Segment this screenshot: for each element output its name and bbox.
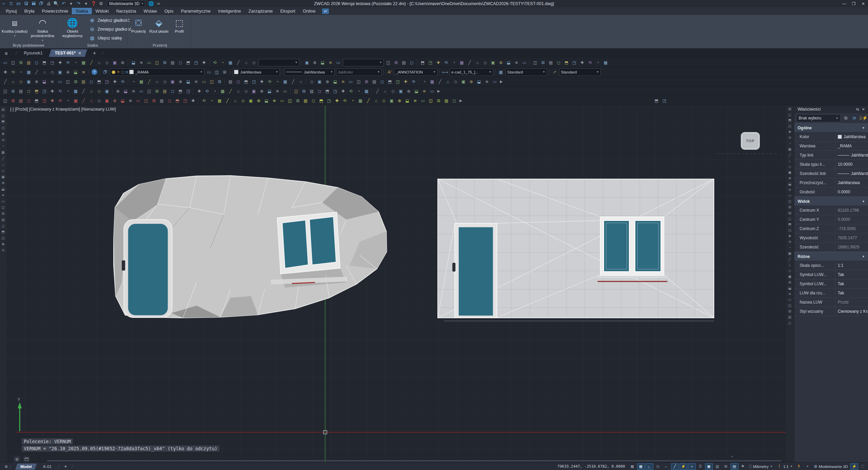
- sheet-tab-k01[interactable]: K-01: [39, 464, 55, 470]
- help-icon[interactable]: ❓: [90, 1, 97, 7]
- toolbar-icon[interactable]: ◳: [787, 124, 792, 129]
- toolbar-icon[interactable]: ◇: [95, 87, 103, 95]
- property-value[interactable]: 7835.1477: [835, 233, 868, 242]
- toolbar-icon[interactable]: ✚: [48, 97, 56, 104]
- toolbar-icon[interactable]: ⬓: [184, 78, 192, 85]
- doc-tab-rysunek1[interactable]: Rysunek1: [19, 49, 48, 57]
- toolbar-overflow-icon[interactable]: ▶: [500, 80, 503, 83]
- menu-item-opis[interactable]: Opis: [161, 8, 177, 14]
- menu-item-inteligentne[interactable]: Inteligentne: [214, 8, 245, 14]
- toolbar-icon[interactable]: ⬒: [40, 59, 48, 66]
- toolbar-icon[interactable]: ⟲: [9, 68, 17, 76]
- toolbar-icon[interactable]: ⌂: [787, 262, 792, 268]
- toolbar-icon[interactable]: ▭: [491, 78, 499, 85]
- toolbar-icon[interactable]: ◇: [17, 78, 25, 85]
- toolbar-icon[interactable]: ⬓: [505, 59, 513, 66]
- toolbar-icon[interactable]: ⊞: [221, 68, 229, 76]
- maximize-button[interactable]: ❐: [849, 0, 858, 7]
- toolbar-icon[interactable]: ◔: [219, 59, 227, 66]
- toolbar-icon[interactable]: ⊞: [153, 87, 161, 95]
- toolbar-icon[interactable]: ◇: [452, 78, 460, 85]
- toolbar-icon[interactable]: ⬒: [33, 97, 40, 104]
- toolbar-icon[interactable]: ⊕: [111, 97, 119, 104]
- toolbar-icon[interactable]: ◻: [177, 59, 184, 66]
- toolbar-icon[interactable]: ▭: [137, 87, 145, 95]
- toolbar-icon[interactable]: ⌂: [242, 59, 250, 66]
- toolbar-icon[interactable]: ◔: [787, 245, 792, 250]
- quick-select-icon[interactable]: ⧉: [842, 115, 849, 121]
- decrease-smoothness-button[interactable]: ⊖ Zmniejsz gładkość: [89, 25, 131, 33]
- toolbar-icon[interactable]: ▦: [72, 97, 80, 104]
- menu-item-narzędzia[interactable]: Narzędzia: [113, 8, 140, 14]
- toolbar-icon[interactable]: ◳: [192, 59, 200, 66]
- toolbar-icon[interactable]: ▭: [205, 68, 213, 76]
- layer-manager-icon[interactable]: 🗇: [101, 68, 109, 76]
- toolbar-icon[interactable]: ◫: [9, 59, 17, 66]
- toolbar-icon[interactable]: ⬒: [177, 87, 184, 95]
- toolbar-icon[interactable]: ◔: [64, 87, 72, 95]
- toolbar-icon[interactable]: ▭: [1, 59, 9, 66]
- toolbar-icon[interactable]: ⊕: [255, 97, 263, 104]
- workspace-combo[interactable]: Modelowanie 3D ▾: [107, 0, 145, 7]
- toolbar-icon[interactable]: ✚: [339, 87, 347, 95]
- toolbar-icon[interactable]: ≋: [420, 87, 428, 95]
- toolbar-icon[interactable]: ◔: [72, 59, 80, 66]
- toolbar-icon[interactable]: ▦: [25, 68, 33, 76]
- workspace-switch-chip[interactable]: ⚙ Modelowanie 3D: [814, 464, 848, 469]
- property-value[interactable]: 0.0000: [835, 188, 868, 196]
- toolbar-icon[interactable]: ▤: [158, 97, 166, 104]
- dim-style-icon[interactable]: ⟷: [441, 68, 449, 76]
- toolbar-icon[interactable]: ≋: [483, 78, 491, 85]
- menu-item-eksport[interactable]: Eksport: [277, 8, 299, 14]
- toolbar-icon[interactable]: ⬓: [130, 59, 137, 66]
- toolbar-icon[interactable]: ◫: [142, 97, 150, 104]
- menu-item-online[interactable]: Online: [299, 8, 319, 14]
- status-toggle-5[interactable]: ╱: [671, 463, 679, 470]
- toolbar-icon[interactable]: ▣: [787, 274, 792, 279]
- toolbar-icon[interactable]: ◻: [787, 320, 792, 325]
- property-value[interactable]: Przód: [835, 298, 868, 307]
- toolbar-icon[interactable]: ⟲: [787, 239, 792, 244]
- toolbar-icon[interactable]: ⬓: [119, 97, 127, 104]
- right-window-pane[interactable]: [635, 221, 661, 272]
- status-toggle-12[interactable]: ▤: [731, 463, 738, 470]
- status-toggle-1[interactable]: ▦: [637, 463, 645, 470]
- toolbar-icon[interactable]: ⬒: [419, 59, 427, 66]
- toolbar-icon[interactable]: ◳: [250, 78, 258, 85]
- toolbar-icon[interactable]: ◇: [250, 59, 258, 66]
- menu-collapse-button[interactable]: ▴▾: [322, 9, 329, 14]
- toolbar-icon[interactable]: ⬓: [40, 78, 48, 85]
- toolbar-icon[interactable]: ◳: [40, 87, 48, 95]
- plotstyle-combo[interactable]: JakKolor ▼: [336, 68, 382, 76]
- viewport-label[interactable]: [-] [Przód] [Cieniowany z Krawędziami] […: [10, 107, 116, 112]
- toolbar-icon[interactable]: ▦: [363, 87, 370, 95]
- menu-item-bryła[interactable]: Bryła: [21, 8, 38, 14]
- section-header-widok[interactable]: Widok▼: [794, 197, 868, 206]
- toolbar-icon[interactable]: ⬒: [173, 97, 181, 104]
- toolbar-icon[interactable]: ▣: [388, 97, 396, 104]
- toolbar-icon[interactable]: ⊕: [497, 59, 505, 66]
- toolbar-icon[interactable]: ◇: [1, 168, 6, 173]
- toolbar-icon[interactable]: ≋: [137, 59, 145, 66]
- toolbar-icon[interactable]: ⌂: [297, 78, 305, 85]
- profile-button[interactable]: ⬚ Profil: [169, 17, 189, 34]
- toolbar-icon[interactable]: ╱: [234, 59, 242, 66]
- status-toggle-8[interactable]: ☰: [697, 463, 704, 470]
- toolbar-empty-combo[interactable]: ▼: [343, 59, 384, 66]
- toolbar-icon[interactable]: ◔: [787, 141, 792, 146]
- toolbar-icon[interactable]: ╱: [227, 87, 234, 95]
- toolbar-icon[interactable]: ▤: [17, 97, 25, 104]
- toolbar-icon[interactable]: ▣: [56, 68, 64, 76]
- toolbar-icon[interactable]: ◳: [661, 97, 668, 104]
- toolbar-icon[interactable]: ▭: [347, 78, 355, 85]
- toolbar-icon[interactable]: ⊕: [33, 78, 40, 85]
- toolbar-icon[interactable]: ⬒: [1, 119, 6, 124]
- toolbar-overflow-icon[interactable]: ▶: [437, 89, 440, 93]
- menu-item-wstaw[interactable]: Wstaw: [140, 8, 161, 14]
- section-header-różne[interactable]: Różne▼: [794, 252, 868, 261]
- toolbar-icon[interactable]: ▣: [250, 87, 258, 95]
- toolbar-icon[interactable]: ✚: [333, 97, 341, 104]
- toolbar-icon[interactable]: ◇: [242, 87, 250, 95]
- linetype-combo[interactable]: JakWarstwa ▼: [284, 68, 335, 76]
- toolbar-icon[interactable]: ▭: [334, 59, 342, 66]
